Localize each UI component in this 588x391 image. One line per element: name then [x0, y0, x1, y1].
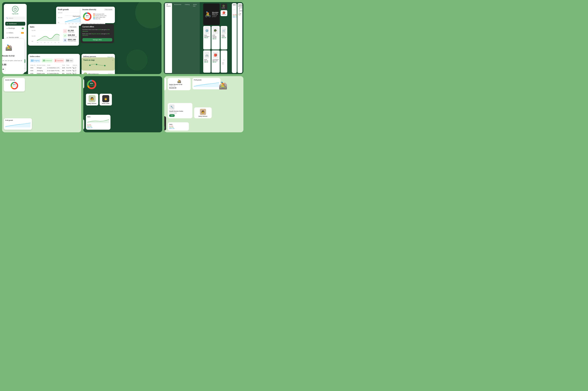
- svg-rect-42: [83, 62, 113, 69]
- derailleur-name: Real Derailieur: [204, 35, 210, 37]
- track-header: Track on map ›: [83, 59, 113, 61]
- main-bike-sub: Featured product: [212, 15, 219, 17]
- profit-chart-title: Profit growth: [58, 8, 69, 10]
- service-actions: View: [169, 114, 191, 117]
- today-sales-row: ↑ $1,350 Today sales: [63, 29, 77, 33]
- bm-sales-year: $501,190: [87, 127, 109, 128]
- main-bike-info: Mountain Bike Pro Featured product: [212, 11, 219, 17]
- trailer-name: Child Trailer: [222, 35, 226, 37]
- search-icon: 🔍: [6, 17, 8, 19]
- bike-product-card: 🚵 Radon Render 8.0 62 E-Bike fully Frame…: [2, 39, 25, 74]
- income-filter[interactable]: This month: [104, 8, 113, 11]
- svg-text:60%: 60%: [86, 15, 88, 16]
- sidebar-item-orders[interactable]: ● Orders 41: [5, 31, 25, 35]
- bottom-row: Income diversity 60% On demand: [2, 76, 243, 132]
- br-inner: 🚵 Radon Render 6.0 62 E-Bike fully $3,81…: [164, 76, 168, 132]
- br-sales-today: $1,350: [169, 125, 187, 127]
- nav-tabs: All Bicycle Accessories Clothing Winter …: [164, 2, 200, 74]
- sidebar-item-bookings[interactable]: ● Bookings 4: [5, 26, 25, 30]
- bkw-name: BKW bike kit: [204, 59, 210, 61]
- helmet-img: 🪖: [222, 4, 226, 7]
- bike-view-button[interactable]: 👁: [2, 67, 5, 72]
- side-product-light[interactable]: 🎒 Backpack: [220, 10, 227, 16]
- donut-chart: 60% On demand: [82, 12, 92, 21]
- logo-text: CycloLife: [5, 13, 25, 14]
- track-on-map-card[interactable]: Track on map ›: [81, 57, 115, 71]
- product-bkw[interactable]: 🚲 BKW bike kit $62.40: [203, 50, 211, 73]
- main-bike-card[interactable]: 🚴 Mountain Bike Pro Featured product: [203, 3, 220, 25]
- search-bar[interactable]: 🔍 Search: [5, 17, 25, 20]
- month-icon: ✓: [63, 34, 67, 38]
- camelback-name: Camelback Bike Vest: [213, 59, 219, 61]
- income-title: Income diversity: [82, 8, 96, 10]
- br-profit-title: Profit growth: [194, 79, 219, 81]
- tab-winter-bike[interactable]: Winter bike: [192, 3, 198, 73]
- main-dashboard: CycloLife 🔍 Search ⊞ Dashboard ● Booking…: [2, 2, 161, 74]
- svg-text:Rapid growth ↗: Rapid growth ↗: [73, 16, 81, 17]
- mid-section-right: Sales $1,350 $44,350 $301,190 Delivery p…: [231, 2, 243, 74]
- product-real-derailleur[interactable]: ⚙️ Real Derailieur $42.20: [203, 26, 211, 49]
- service-btn[interactable]: View: [169, 114, 175, 117]
- br-service-card: 🔧 Kiasliit Service Center Service Center…: [168, 103, 192, 118]
- offers-title: Current offers: [82, 26, 112, 28]
- mini-person-3: Elin A.: [238, 13, 241, 16]
- tab-accessories[interactable]: Accessories: [173, 3, 183, 73]
- svg-text:Tu: Tu: [41, 42, 42, 43]
- offers-text1: Purchase items more than $150 and get a …: [82, 29, 112, 32]
- top-row: CycloLife 🔍 Search ⊞ Dashboard ● Booking…: [2, 2, 243, 74]
- add-label: Add new: [222, 62, 226, 65]
- svg-text:Su: Su: [58, 42, 59, 43]
- sales-title: Sales: [30, 26, 34, 28]
- year-value: $501,190: [68, 39, 76, 41]
- br-sales-year: $501,190: [169, 128, 187, 129]
- tab-clothing[interactable]: Clothing: [183, 3, 191, 73]
- svg-text:60%: 60%: [13, 84, 16, 86]
- tab-all-bicycle[interactable]: All Bicycle: [165, 3, 172, 73]
- person-name-3: Elin Andersson: [88, 73, 107, 74]
- col-total: Total: [62, 64, 66, 67]
- br-bike-price: $3,818.98: [169, 87, 189, 89]
- bookings-icon: ●: [7, 27, 7, 29]
- year-sales-row: $ $501,190 This year sales: [63, 38, 77, 42]
- side-product-dark[interactable]: 🪖 Helmet: [220, 3, 227, 9]
- svg-text:May: May: [79, 23, 81, 24]
- bkw-img: 🚲: [204, 51, 210, 58]
- add-product-card[interactable]: + Add new: [220, 50, 227, 73]
- sidebar-item-dashboard[interactable]: ⊞ Dashboard: [5, 22, 25, 26]
- xavier-photo-mid: 👨: [102, 95, 109, 102]
- derailleur-img: ⚙️: [204, 27, 210, 34]
- dashboard-icon: ⊞: [7, 23, 8, 25]
- bike-spec: Frame size 18", fork 36 rhythm, wheel si…: [2, 60, 22, 62]
- bike-subtitle: E-Bike fully: [2, 57, 22, 59]
- track-label: Track on map: [83, 59, 94, 61]
- bookings-badge: 4: [22, 27, 24, 29]
- sales-card: Sales This week $2,000 $1,000 $0: [28, 24, 79, 46]
- bike-image: 🚵: [2, 41, 22, 54]
- bottom-left-panel: Income diversity 60% On demand: [2, 76, 81, 132]
- mini-delivery-list: Henrik B. Gustav L. Elin A.: [238, 7, 241, 16]
- map-view: [83, 62, 113, 70]
- product-child-trailer[interactable]: 🛒 Child Trailer $321.00: [220, 26, 227, 49]
- helmet-price: $84.15: [213, 38, 219, 39]
- camelback-price: $65.40: [213, 61, 219, 63]
- br-manage-btn[interactable]: Manage offers: [164, 126, 165, 129]
- bike-actions: ⚙ 👁: [2, 67, 22, 72]
- delivery-thumb-3: 🛵: [108, 73, 113, 74]
- svg-text:Fr: Fr: [51, 42, 52, 43]
- bm-sales-today: $1,350: [87, 124, 109, 125]
- sales-filter[interactable]: This week: [69, 26, 77, 28]
- sales-content: $2,000 $1,000 $0 Mo Tu: [30, 29, 77, 44]
- bl-inner: Income diversity 60% On demand: [2, 76, 6, 132]
- br-bike-card: 🚵 Radon Render 6.0 62 E-Bike fully $3,81…: [168, 78, 191, 90]
- product-camelback[interactable]: 🎒 Camelback Bike Vest $65.40: [212, 50, 220, 73]
- product-mtb-helmet[interactable]: 🪖 MTB Racing Helmet $84.15: [212, 26, 220, 49]
- svg-text:On demand: On demand: [85, 17, 89, 18]
- sidebar-item-service-center[interactable]: ◎ Service center: [5, 35, 25, 39]
- mini-dashboard-1: Sales $1,350 $44,350 $301,190: [232, 3, 237, 73]
- manage-offers-button[interactable]: Manage offers: [82, 38, 112, 41]
- add-icon: +: [223, 58, 225, 62]
- month-sales-row: ✓ $48,350 This month sales: [63, 34, 77, 38]
- bag-img: 🎒: [222, 11, 226, 14]
- br-income-card: Income diversity 60% On demand: [164, 78, 166, 90]
- bl-profit-chart: Profit growth: [4, 118, 32, 130]
